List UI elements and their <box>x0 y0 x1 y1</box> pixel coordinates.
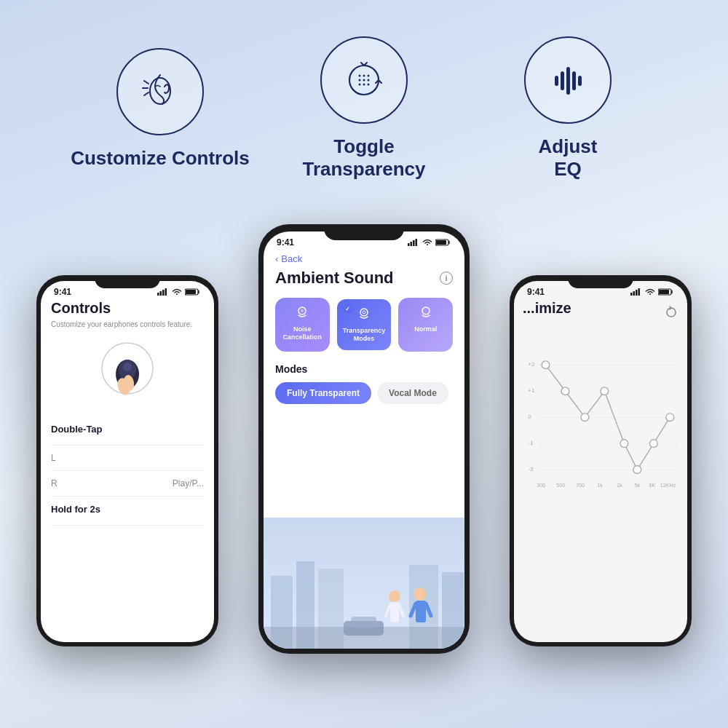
center-wifi-icon <box>422 239 432 246</box>
svg-rect-55 <box>630 293 633 296</box>
left-status-time: 9:41 <box>54 287 71 297</box>
features-section: Customize Controls <box>0 0 728 202</box>
svg-point-2 <box>363 74 365 76</box>
svg-rect-30 <box>416 239 418 246</box>
eq-point-700[interactable] <box>581 414 589 422</box>
svg-text:500: 500 <box>556 483 565 489</box>
transparency-card[interactable]: ✓ TransparencyModes <box>336 298 393 352</box>
right-status-time: 9:41 <box>527 287 545 297</box>
svg-point-3 <box>367 74 369 76</box>
svg-text:300: 300 <box>537 483 545 489</box>
customize-controls-icon-circle <box>116 48 204 135</box>
svg-text:0: 0 <box>528 414 531 420</box>
fully-transparent-button[interactable]: Fully Transparent <box>275 382 371 404</box>
noise-cancel-icon <box>294 305 310 321</box>
eq-svg: +2 +1 0 -1 -3 <box>523 339 678 499</box>
svg-rect-17 <box>162 290 165 296</box>
center-status-time: 9:41 <box>277 237 294 248</box>
battery-icon <box>185 288 201 296</box>
svg-point-8 <box>363 83 365 85</box>
adjust-eq-title: AdjustEQ <box>539 135 598 181</box>
svg-rect-32 <box>436 240 446 245</box>
left-phone-title: Controls <box>51 300 204 317</box>
control-double-tap: Double-Tap <box>51 416 204 446</box>
vocal-mode-button[interactable]: Vocal Mode <box>377 382 448 404</box>
mode-cards: NoiseCancellation ✓ TransparencyModes <box>275 298 453 352</box>
control-r: R Play/P... <box>51 471 204 496</box>
eq-chart: +2 +1 0 -1 -3 <box>523 339 678 484</box>
normal-card[interactable]: Normal <box>398 298 453 352</box>
touch-icon <box>137 68 184 115</box>
svg-text:5k: 5k <box>635 483 641 489</box>
svg-rect-56 <box>633 291 636 296</box>
control-l-value: L <box>51 453 56 463</box>
eq-point-8k[interactable] <box>649 440 657 448</box>
wifi-icon <box>172 288 182 296</box>
eq-point-500[interactable] <box>561 387 569 395</box>
eq-point-5k[interactable] <box>633 466 641 474</box>
modes-section-label: Modes <box>275 363 453 375</box>
transparency-icon <box>341 57 388 104</box>
feature-customize-controls: Customize Controls <box>58 48 262 170</box>
right-status-icons <box>630 288 674 296</box>
svg-text:1k: 1k <box>597 483 603 489</box>
eq-point-300[interactable] <box>542 361 550 369</box>
double-tap-label: Double-Tap <box>51 424 204 435</box>
svg-rect-60 <box>659 290 669 294</box>
normal-card-icon <box>418 305 434 321</box>
refresh-icon[interactable] <box>664 305 678 320</box>
center-status-icons <box>408 239 451 246</box>
left-phone-content: Controls Customize your earphones contro… <box>41 300 214 526</box>
normal-card-label: Normal <box>414 325 437 333</box>
signal-icon <box>157 288 169 296</box>
svg-rect-18 <box>165 288 167 296</box>
back-label: Back <box>281 253 302 264</box>
svg-rect-57 <box>636 290 638 296</box>
city-svg <box>264 518 464 649</box>
noise-cancellation-card[interactable]: NoiseCancellation <box>275 298 330 352</box>
eq-point-2k[interactable] <box>620 440 628 448</box>
right-battery-icon <box>658 288 674 296</box>
svg-point-9 <box>367 83 369 85</box>
eq-point-1k[interactable] <box>601 387 609 395</box>
transparency-card-label: TransparencyModes <box>343 327 386 343</box>
svg-point-24 <box>123 363 132 371</box>
eq-point-12k[interactable] <box>666 414 674 422</box>
control-l-row: L <box>51 453 204 463</box>
svg-point-51 <box>414 587 427 601</box>
svg-point-5 <box>363 79 365 81</box>
svg-rect-10 <box>555 76 558 86</box>
phones-section: 9:41 <box>0 210 728 617</box>
transparency-card-icon <box>356 306 372 323</box>
svg-point-4 <box>358 79 360 81</box>
svg-point-36 <box>363 311 365 314</box>
svg-rect-27 <box>408 243 410 246</box>
right-phone-notch <box>568 275 633 288</box>
info-icon[interactable]: i <box>440 272 453 285</box>
transparency-check: ✓ <box>343 304 353 314</box>
control-r-value: R <box>51 478 58 488</box>
svg-rect-13 <box>572 71 576 90</box>
center-phone-screen: 9:41 <box>264 232 464 649</box>
svg-text:+1: +1 <box>528 387 535 394</box>
svg-rect-29 <box>413 240 415 246</box>
svg-rect-58 <box>638 288 641 296</box>
noise-card-label: NoiseCancellation <box>283 325 323 341</box>
svg-point-37 <box>422 307 430 314</box>
right-signal-icon <box>630 288 642 296</box>
center-phone-notch <box>324 224 404 240</box>
control-l: L <box>51 446 204 471</box>
svg-rect-12 <box>566 67 570 95</box>
control-hold: Hold for 2s <box>51 496 204 526</box>
back-navigation[interactable]: ‹ Back <box>275 253 453 264</box>
svg-point-7 <box>358 83 360 85</box>
svg-text:+2: +2 <box>528 361 535 368</box>
center-phone: 9:41 <box>258 224 470 654</box>
svg-rect-15 <box>157 293 159 296</box>
svg-point-0 <box>150 78 170 104</box>
toggle-transparency-icon-circle <box>320 36 408 124</box>
feature-toggle-transparency: ToggleTransparency <box>262 36 466 181</box>
city-illustration <box>264 518 464 649</box>
left-phone: 9:41 <box>36 275 218 646</box>
svg-rect-28 <box>411 242 413 246</box>
